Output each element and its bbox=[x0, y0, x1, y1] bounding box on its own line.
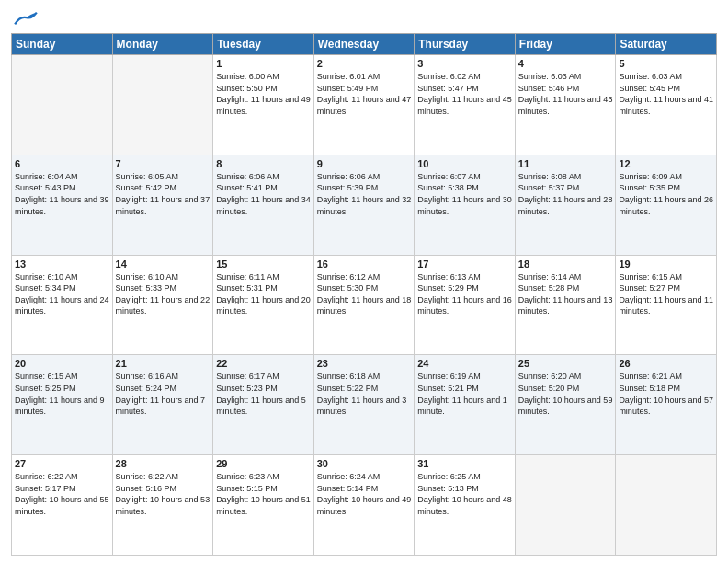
day-info: Sunrise: 6:11 AM Sunset: 5:31 PM Dayligh… bbox=[216, 271, 311, 317]
day-info: Sunrise: 6:07 AM Sunset: 5:38 PM Dayligh… bbox=[417, 171, 512, 217]
day-info: Sunrise: 6:12 AM Sunset: 5:30 PM Dayligh… bbox=[317, 271, 412, 317]
col-friday: Friday bbox=[515, 34, 616, 55]
day-info: Sunrise: 6:09 AM Sunset: 5:35 PM Dayligh… bbox=[619, 171, 713, 217]
table-row: 30Sunrise: 6:24 AM Sunset: 5:14 PM Dayli… bbox=[313, 455, 415, 556]
day-number: 11 bbox=[518, 158, 613, 169]
table-row: 3Sunrise: 6:02 AM Sunset: 5:47 PM Daylig… bbox=[415, 55, 516, 155]
day-info: Sunrise: 6:15 AM Sunset: 5:27 PM Dayligh… bbox=[619, 271, 713, 317]
table-row: 10Sunrise: 6:07 AM Sunset: 5:38 PM Dayli… bbox=[415, 155, 516, 255]
header bbox=[11, 9, 717, 28]
day-info: Sunrise: 6:16 AM Sunset: 5:24 PM Dayligh… bbox=[116, 371, 210, 417]
col-thursday: Thursday bbox=[415, 34, 516, 55]
day-info: Sunrise: 6:22 AM Sunset: 5:17 PM Dayligh… bbox=[15, 471, 109, 517]
day-info: Sunrise: 6:20 AM Sunset: 5:20 PM Dayligh… bbox=[518, 371, 613, 417]
day-number: 21 bbox=[116, 358, 210, 369]
day-number: 15 bbox=[216, 259, 311, 270]
calendar-week-row: 6Sunrise: 6:04 AM Sunset: 5:43 PM Daylig… bbox=[12, 155, 717, 255]
table-row: 28Sunrise: 6:22 AM Sunset: 5:16 PM Dayli… bbox=[112, 455, 213, 556]
day-info: Sunrise: 6:19 AM Sunset: 5:21 PM Dayligh… bbox=[417, 371, 512, 417]
day-info: Sunrise: 6:01 AM Sunset: 5:49 PM Dayligh… bbox=[317, 71, 412, 117]
calendar-week-row: 13Sunrise: 6:10 AM Sunset: 5:34 PM Dayli… bbox=[12, 255, 717, 355]
day-info: Sunrise: 6:17 AM Sunset: 5:23 PM Dayligh… bbox=[216, 371, 311, 417]
day-number: 7 bbox=[116, 158, 210, 169]
day-number: 17 bbox=[417, 259, 512, 270]
table-row: 19Sunrise: 6:15 AM Sunset: 5:27 PM Dayli… bbox=[616, 255, 717, 355]
day-number: 22 bbox=[216, 358, 311, 369]
day-number: 6 bbox=[15, 158, 109, 169]
table-row: 27Sunrise: 6:22 AM Sunset: 5:17 PM Dayli… bbox=[12, 455, 113, 556]
table-row: 13Sunrise: 6:10 AM Sunset: 5:34 PM Dayli… bbox=[12, 255, 113, 355]
table-row: 8Sunrise: 6:06 AM Sunset: 5:41 PM Daylig… bbox=[213, 155, 314, 255]
table-row: 4Sunrise: 6:03 AM Sunset: 5:46 PM Daylig… bbox=[515, 55, 616, 155]
day-number: 9 bbox=[317, 158, 412, 169]
day-info: Sunrise: 6:13 AM Sunset: 5:29 PM Dayligh… bbox=[417, 271, 512, 317]
day-number: 27 bbox=[15, 458, 109, 469]
table-row: 5Sunrise: 6:03 AM Sunset: 5:45 PM Daylig… bbox=[616, 55, 717, 155]
table-row: 23Sunrise: 6:18 AM Sunset: 5:22 PM Dayli… bbox=[313, 355, 415, 455]
table-row: 26Sunrise: 6:21 AM Sunset: 5:18 PM Dayli… bbox=[616, 355, 717, 455]
day-number: 12 bbox=[619, 158, 713, 169]
day-info: Sunrise: 6:08 AM Sunset: 5:37 PM Dayligh… bbox=[518, 171, 613, 217]
day-info: Sunrise: 6:00 AM Sunset: 5:50 PM Dayligh… bbox=[216, 71, 311, 117]
table-row: 21Sunrise: 6:16 AM Sunset: 5:24 PM Dayli… bbox=[112, 355, 213, 455]
day-info: Sunrise: 6:22 AM Sunset: 5:16 PM Dayligh… bbox=[116, 471, 210, 517]
day-number: 1 bbox=[216, 58, 311, 69]
col-tuesday: Tuesday bbox=[213, 34, 314, 55]
table-row: 22Sunrise: 6:17 AM Sunset: 5:23 PM Dayli… bbox=[213, 355, 314, 455]
day-number: 31 bbox=[417, 458, 512, 469]
table-row: 24Sunrise: 6:19 AM Sunset: 5:21 PM Dayli… bbox=[415, 355, 516, 455]
day-number: 23 bbox=[317, 358, 412, 369]
table-row: 1Sunrise: 6:00 AM Sunset: 5:50 PM Daylig… bbox=[213, 55, 314, 155]
day-info: Sunrise: 6:15 AM Sunset: 5:25 PM Dayligh… bbox=[15, 371, 109, 417]
day-number: 29 bbox=[216, 458, 311, 469]
day-number: 25 bbox=[518, 358, 613, 369]
day-info: Sunrise: 6:03 AM Sunset: 5:45 PM Dayligh… bbox=[619, 71, 713, 117]
day-info: Sunrise: 6:10 AM Sunset: 5:34 PM Dayligh… bbox=[15, 271, 109, 317]
day-info: Sunrise: 6:21 AM Sunset: 5:18 PM Dayligh… bbox=[619, 371, 713, 417]
col-wednesday: Wednesday bbox=[313, 34, 415, 55]
table-row: 16Sunrise: 6:12 AM Sunset: 5:30 PM Dayli… bbox=[313, 255, 415, 355]
table-row: 20Sunrise: 6:15 AM Sunset: 5:25 PM Dayli… bbox=[12, 355, 113, 455]
day-info: Sunrise: 6:02 AM Sunset: 5:47 PM Dayligh… bbox=[417, 71, 512, 117]
table-row: 2Sunrise: 6:01 AM Sunset: 5:49 PM Daylig… bbox=[313, 55, 415, 155]
day-number: 18 bbox=[518, 259, 613, 270]
col-monday: Monday bbox=[112, 34, 213, 55]
calendar-week-row: 1Sunrise: 6:00 AM Sunset: 5:50 PM Daylig… bbox=[12, 55, 717, 155]
day-number: 16 bbox=[317, 259, 412, 270]
table-row: 17Sunrise: 6:13 AM Sunset: 5:29 PM Dayli… bbox=[415, 255, 516, 355]
logo-bird-icon bbox=[13, 9, 39, 28]
calendar-header-row: Sunday Monday Tuesday Wednesday Thursday… bbox=[12, 34, 717, 55]
table-row bbox=[112, 55, 213, 155]
day-info: Sunrise: 6:23 AM Sunset: 5:15 PM Dayligh… bbox=[216, 471, 311, 517]
day-info: Sunrise: 6:10 AM Sunset: 5:33 PM Dayligh… bbox=[116, 271, 210, 317]
calendar-week-row: 27Sunrise: 6:22 AM Sunset: 5:17 PM Dayli… bbox=[12, 455, 717, 556]
calendar-table: Sunday Monday Tuesday Wednesday Thursday… bbox=[11, 33, 717, 556]
day-info: Sunrise: 6:24 AM Sunset: 5:14 PM Dayligh… bbox=[317, 471, 412, 517]
day-number: 14 bbox=[116, 259, 210, 270]
table-row: 14Sunrise: 6:10 AM Sunset: 5:33 PM Dayli… bbox=[112, 255, 213, 355]
day-number: 19 bbox=[619, 259, 713, 270]
day-number: 30 bbox=[317, 458, 412, 469]
day-info: Sunrise: 6:25 AM Sunset: 5:13 PM Dayligh… bbox=[417, 471, 512, 517]
col-saturday: Saturday bbox=[616, 34, 717, 55]
table-row: 15Sunrise: 6:11 AM Sunset: 5:31 PM Dayli… bbox=[213, 255, 314, 355]
day-number: 2 bbox=[317, 58, 412, 69]
day-number: 24 bbox=[417, 358, 512, 369]
table-row: 29Sunrise: 6:23 AM Sunset: 5:15 PM Dayli… bbox=[213, 455, 314, 556]
day-info: Sunrise: 6:05 AM Sunset: 5:42 PM Dayligh… bbox=[116, 171, 210, 217]
day-number: 10 bbox=[417, 158, 512, 169]
day-number: 4 bbox=[518, 58, 613, 69]
table-row bbox=[12, 55, 113, 155]
table-row: 6Sunrise: 6:04 AM Sunset: 5:43 PM Daylig… bbox=[12, 155, 113, 255]
day-number: 8 bbox=[216, 158, 311, 169]
table-row: 12Sunrise: 6:09 AM Sunset: 5:35 PM Dayli… bbox=[616, 155, 717, 255]
table-row: 11Sunrise: 6:08 AM Sunset: 5:37 PM Dayli… bbox=[515, 155, 616, 255]
day-number: 26 bbox=[619, 358, 713, 369]
day-number: 28 bbox=[116, 458, 210, 469]
day-number: 3 bbox=[417, 58, 512, 69]
table-row bbox=[616, 455, 717, 556]
table-row: 18Sunrise: 6:14 AM Sunset: 5:28 PM Dayli… bbox=[515, 255, 616, 355]
calendar-week-row: 20Sunrise: 6:15 AM Sunset: 5:25 PM Dayli… bbox=[12, 355, 717, 455]
table-row: 7Sunrise: 6:05 AM Sunset: 5:42 PM Daylig… bbox=[112, 155, 213, 255]
logo bbox=[11, 9, 39, 28]
